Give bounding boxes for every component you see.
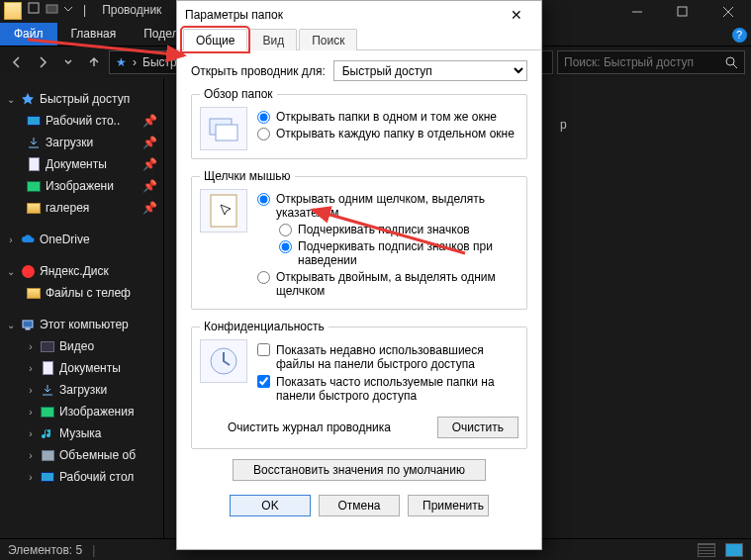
close-button[interactable] [705, 0, 751, 23]
forward-button[interactable] [32, 51, 53, 73]
qat-dropdown-icon[interactable] [61, 0, 75, 23]
quick-access-icon: ★ [116, 55, 127, 69]
pictures-icon [40, 404, 55, 420]
tree-documents[interactable]: Документы📌 [0, 153, 163, 175]
document-icon [40, 360, 55, 376]
status-count: Элементов: 5 [8, 543, 82, 557]
download-icon [40, 382, 55, 398]
tab-search[interactable]: Поиск [299, 29, 357, 50]
radio-single-click[interactable] [257, 193, 270, 206]
tree-downloads2[interactable]: ›Загрузки [0, 379, 163, 401]
tree-quick-access[interactable]: ⌄Быстрый доступ [0, 88, 163, 110]
tree-desktop[interactable]: Рабочий сто..📌 [0, 110, 163, 132]
navigation-pane[interactable]: ⌄Быстрый доступ Рабочий сто..📌 Загрузки📌… [0, 78, 164, 538]
svg-rect-4 [23, 321, 33, 327]
radio-same-window[interactable] [257, 111, 270, 124]
folder-icon [26, 285, 42, 301]
dialog-title: Параметры папок [185, 8, 500, 22]
radio-underline-always[interactable] [279, 224, 292, 236]
search-icon [724, 55, 738, 69]
history-dropdown-icon[interactable] [57, 51, 79, 73]
qat-properties-icon[interactable] [26, 0, 44, 23]
tree-onedrive[interactable]: ›OneDrive [0, 229, 163, 250]
tree-downloads[interactable]: Загрузки📌 [0, 132, 163, 153]
svg-point-3 [726, 57, 734, 65]
ribbon-tab-file[interactable]: Файл [0, 23, 57, 46]
apply-button[interactable]: Применить [408, 495, 489, 516]
tree-gallery[interactable]: галерея📌 [0, 197, 163, 219]
tree-pictures2[interactable]: ›Изображения [0, 401, 163, 422]
maximize-button[interactable] [660, 0, 705, 23]
dialog-title-bar[interactable]: Параметры папок ✕ [177, 1, 541, 29]
tree-documents2[interactable]: ›Документы [0, 357, 163, 379]
svg-rect-1 [47, 5, 57, 13]
video-icon [40, 338, 55, 354]
app-icon [4, 2, 22, 20]
pin-icon: 📌 [142, 114, 157, 128]
music-icon [40, 425, 55, 441]
check-recent-files[interactable] [257, 343, 270, 356]
pin-icon: 📌 [142, 179, 157, 193]
check-frequent-folders[interactable] [257, 375, 270, 388]
minimize-button[interactable] [614, 0, 660, 23]
title-separator: | [75, 0, 94, 23]
svg-rect-0 [29, 3, 39, 13]
address-text: Быстр [142, 55, 177, 69]
tree-music[interactable]: ›Музыка [0, 422, 163, 444]
up-button[interactable] [83, 51, 105, 73]
tree-video[interactable]: ›Видео [0, 335, 163, 357]
view-icons-button[interactable] [725, 543, 743, 557]
desktop-icon [26, 113, 42, 129]
cancel-button[interactable]: Отмена [319, 495, 400, 516]
desktop-icon [40, 469, 55, 485]
star-icon [20, 91, 36, 107]
document-icon [26, 156, 42, 172]
radio-double-click[interactable] [257, 271, 270, 284]
dialog-close-button[interactable]: ✕ [500, 7, 533, 23]
click-behavior-legend: Щелчки мышью [200, 169, 295, 183]
radio-underline-hover[interactable] [279, 240, 292, 253]
open-explorer-label: Открыть проводник для: [191, 64, 326, 78]
tree-3dobjects[interactable]: ›Объемные об [0, 444, 163, 466]
ok-button[interactable]: OK [230, 495, 311, 516]
pc-icon [20, 317, 36, 332]
tree-this-pc[interactable]: ⌄Этот компьютер [0, 314, 163, 335]
search-box[interactable] [557, 50, 745, 74]
privacy-legend: Конфиденциальность [200, 320, 329, 333]
tab-general[interactable]: Общие [183, 29, 247, 50]
open-explorer-select[interactable]: Быстрый доступ [333, 60, 527, 81]
download-icon [26, 135, 42, 150]
search-input[interactable] [564, 55, 718, 69]
qat-newfolder-icon[interactable] [44, 0, 61, 23]
tree-desktop2[interactable]: ›Рабочий стол [0, 466, 163, 488]
click-behavior-group: Щелчки мышью Открывать одним щелчком, вы… [191, 169, 527, 310]
clear-history-label: Очистить журнал проводника [228, 420, 391, 434]
svg-rect-2 [678, 7, 687, 16]
tree-yandex-disk[interactable]: ⌄Яндекс.Диск [0, 260, 163, 282]
svg-rect-5 [26, 328, 30, 329]
back-button[interactable] [6, 51, 28, 73]
folder-options-dialog: Параметры папок ✕ Общие Вид Поиск Открыт… [176, 0, 542, 550]
folder-icon [26, 200, 42, 216]
window-title: Проводник [94, 0, 169, 23]
yandex-disk-icon [20, 263, 36, 279]
radio-new-window[interactable] [257, 128, 270, 140]
click-behavior-icon [200, 189, 247, 233]
restore-defaults-button[interactable]: Восстановить значения по умолчанию [233, 459, 486, 481]
browse-folders-icon [200, 107, 247, 150]
browse-folders-group: Обзор папок Открывать папки в одном и то… [191, 87, 527, 159]
tab-view[interactable]: Вид [249, 29, 297, 50]
dialog-tabs: Общие Вид Поиск [177, 29, 541, 50]
clear-button[interactable]: Очистить [437, 417, 518, 438]
help-icon[interactable]: ? [727, 23, 751, 47]
pin-icon: 📌 [142, 136, 157, 149]
ribbon-tab-home[interactable]: Главная [57, 23, 131, 46]
view-details-button[interactable] [698, 543, 715, 557]
svg-rect-7 [216, 125, 237, 140]
tree-yadisk-files[interactable]: Файлы с телеф [0, 282, 163, 304]
privacy-icon [200, 339, 247, 383]
objects3d-icon [40, 447, 55, 463]
pictures-icon [26, 178, 42, 194]
privacy-group: Конфиденциальность Показать недавно испо… [191, 320, 527, 449]
tree-pictures[interactable]: Изображени📌 [0, 175, 163, 197]
